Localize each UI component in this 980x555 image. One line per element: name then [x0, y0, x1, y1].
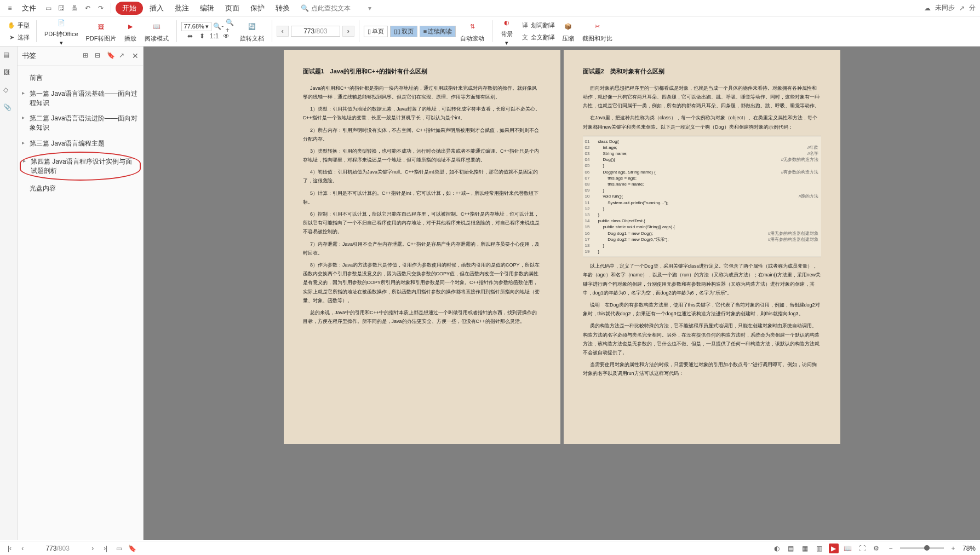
page-title-left: 面试题1 Java的引用和C++的指针有什么区别 [303, 66, 541, 77]
paragraph: 面向对象的思想把程序里的一切都看成是对象，也就是当成一个具体的物件来看待。对象拥… [583, 84, 821, 111]
menu-convert[interactable]: 转换 [271, 1, 294, 15]
paragraph: 8）作为参数：Java的方法参数只是传值，引用作为参数使用的时候，函数内引用的是… [303, 261, 541, 305]
crop-compare[interactable]: ✂截图和对比 [579, 19, 616, 44]
cloud-icon: ☁ [924, 4, 931, 12]
undo-icon[interactable]: ↶ [82, 3, 93, 14]
bookmark-item[interactable]: 第一篇 Java语言语法基础――面向过程知识 [20, 86, 141, 111]
code-line: 13} [585, 212, 819, 218]
diamond-icon[interactable]: ◇ [3, 86, 14, 97]
paragraph: 当需要使用对象的属性和方法的时候，只需要通过对象的引用加小数点号"."进行调用即… [583, 360, 821, 378]
menu-start[interactable]: 开始 [116, 2, 143, 15]
play-icon: ▶ [124, 20, 137, 33]
code-line: 08 this.name = name; [585, 181, 819, 187]
bookmark-item[interactable]: 第二篇 Java语言语法进阶――面向对象知识 [20, 111, 141, 136]
page-title-right: 面试题2 类和对象有什么区别 [583, 66, 821, 77]
menu-insert[interactable]: 插入 [145, 1, 168, 15]
menu-file[interactable]: 文件 [18, 1, 41, 15]
bookmark-item[interactable]: 第四篇 Java语言程序设计实例与面试题剖析 [20, 152, 141, 181]
code-line: 11 System.out.println("running..."); [585, 200, 819, 206]
paragraph: 总的来说，Java中的引用和C++中的指针本质上都是想通过一个叫做引用或者指针的… [303, 308, 541, 326]
paragraph: 5）计算：引用是不可以计算的。C++指针是int，它可以计算，如：++或--，所… [303, 189, 541, 206]
bookmark-item[interactable]: 光盘内容 [20, 181, 141, 196]
rotate-tool[interactable]: 🔄旋转文档 [237, 19, 267, 44]
pdf-to-office[interactable]: 📄PDF转Office▾ [41, 15, 82, 48]
play-tool[interactable]: ▶播放 [121, 19, 140, 44]
share-label: 分 [969, 3, 976, 13]
bm-link-icon[interactable]: ↗ [119, 51, 128, 60]
code-line: 19} [585, 248, 819, 255]
paragraph: 7）内存泄露：Java引用不会产生内存泄露。C++指针是容易产生内存泄露的，所以… [303, 240, 541, 257]
scroll-icon: ⇅ [466, 20, 479, 33]
menu-edit[interactable]: 编辑 [196, 1, 219, 15]
sync-status[interactable]: 未同步 [935, 3, 955, 13]
image-icon[interactable]: 🖼 [3, 68, 14, 79]
eye-icon[interactable]: 👁 [221, 31, 231, 41]
thumbnails-icon[interactable]: ▤ [3, 51, 14, 62]
code-line: 10 void run(){//跑的方法 [585, 193, 819, 199]
continuous-icon: ≡ [423, 28, 427, 34]
code-line: 04 Dog(){//无参数的构造方法 [585, 157, 819, 163]
full-translate[interactable]: 文全文翻译 [518, 31, 557, 43]
rotate-icon: 🔄 [245, 20, 259, 33]
close-icon[interactable]: ✕ [132, 51, 139, 60]
code-line: 01class Dog{ [585, 138, 819, 144]
print-icon[interactable]: 🖶 [69, 3, 80, 14]
pdf-office-icon: 📄 [55, 16, 68, 29]
word-translate[interactable]: 译划词翻译 [518, 19, 557, 31]
bm-add-icon[interactable]: 🔖 [107, 51, 116, 60]
single-icon: ▯ [368, 28, 371, 35]
redo-icon[interactable]: ↷ [95, 3, 106, 14]
bookmark-item[interactable]: 第三篇 Java语言编程主题 [20, 136, 141, 152]
fit-page-icon[interactable]: ⬍ [197, 31, 207, 41]
search-input[interactable] [311, 4, 366, 12]
open-icon[interactable]: ▭ [43, 3, 54, 14]
compress-icon: 📦 [561, 20, 575, 33]
share-icon[interactable]: ↗ [959, 4, 965, 12]
bookmark-title: 书签 [22, 51, 36, 61]
code-line: 18 } [585, 242, 819, 248]
bookmark-item[interactable]: 前言 [20, 70, 141, 86]
double-page[interactable]: ▯▯双页 [390, 26, 417, 37]
full-translate-icon: 文 [520, 32, 530, 42]
document-page-right: 面试题2 类和对象有什么区别 面向对象的思想把程序里的一切都看成是对象，也就是当… [564, 50, 840, 444]
paragraph: 6）控制：引用不可以计算，所以它只能在自己程序里，可以被控制。C++指针是内存地… [303, 210, 541, 236]
paragraph: 类的构造方法是一种比较特殊的方法，它不能被程序员显式地调用，只能在创建对象时由系… [583, 321, 821, 357]
background-tool[interactable]: ◐背景▾ [497, 15, 517, 48]
chevron-down-icon[interactable]: ▾ [368, 4, 371, 12]
menu-protect[interactable]: 保护 [246, 1, 269, 15]
hand-tool[interactable]: ✋手型 [4, 19, 32, 31]
menu-review[interactable]: 批注 [170, 1, 193, 15]
zoom-select[interactable]: 77.68%▾ [181, 22, 211, 31]
paragraph: Java的引用和C++的指针都是指向一块内存地址的，通过引用或指针来完成对内存数… [303, 84, 541, 101]
code-line: 07 this.age = age; [585, 175, 819, 181]
menu-page[interactable]: 页面 [221, 1, 244, 15]
pdf-image-icon: 🖼 [94, 20, 107, 33]
save-icon[interactable]: 🖫 [56, 3, 67, 14]
menu-icon[interactable]: ≡ [4, 3, 15, 14]
select-tool[interactable]: ➤选择 [4, 31, 32, 43]
page-input[interactable]: 773/803 [291, 26, 340, 37]
actual-size-icon[interactable]: 1:1 [209, 31, 219, 41]
code-line: 06 Dog(int age, String name) {//有参数的构造方法 [585, 169, 819, 175]
bm-collapse-icon[interactable]: ⊟ [95, 51, 104, 60]
pdf-to-image[interactable]: 🖼PDF转图片 [83, 19, 119, 44]
search-box[interactable]: 🔍 ▾ [301, 4, 371, 12]
fit-width-icon[interactable]: ⬌ [185, 31, 195, 41]
code-line: 16 Dog dog1 = new Dog();//用无参的构造器创建对象 [585, 230, 819, 236]
zoom-out-icon[interactable]: 🔍- [214, 21, 223, 31]
compress-tool[interactable]: 📦压缩 [558, 19, 578, 44]
prev-page[interactable]: ‹ [277, 26, 289, 37]
attachment-icon[interactable]: 📎 [3, 103, 14, 114]
paragraph: 说明 在Dog类的有参数构造方法里，使用了this关键字，它代表了当前对象的引用… [583, 300, 821, 318]
bg-icon: ◐ [500, 16, 513, 29]
code-line: 14public class ObjectTest { [585, 218, 819, 224]
read-mode[interactable]: 📖阅读模式 [141, 19, 172, 44]
next-page[interactable]: › [342, 26, 354, 37]
auto-scroll[interactable]: ⇅自动滚动 [457, 19, 488, 44]
code-line: 12 } [585, 206, 819, 212]
zoom-in-icon[interactable]: 🔍+ [226, 21, 236, 31]
code-line: 02 int age;//年龄 [585, 144, 819, 151]
continuous-read[interactable]: ≡连续阅读 [420, 26, 456, 37]
single-page[interactable]: ▯单页 [364, 26, 388, 37]
bm-expand-icon[interactable]: ⊞ [83, 51, 91, 60]
